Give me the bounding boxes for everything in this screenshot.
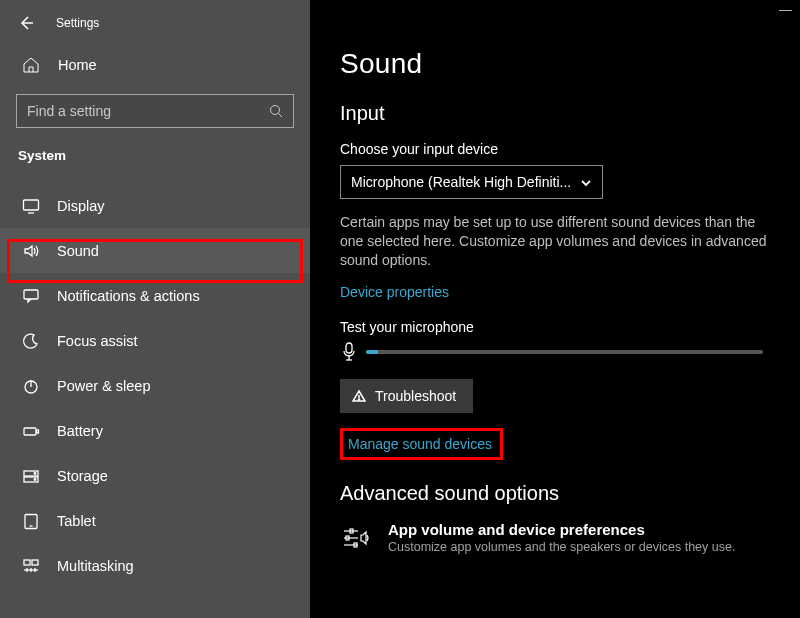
page-title: Sound bbox=[340, 0, 780, 80]
nav-list: Display Sound Notifications & actions Fo… bbox=[0, 183, 310, 588]
sidebar-item-label: Display bbox=[57, 198, 105, 214]
sidebar-item-label: Storage bbox=[57, 468, 108, 484]
back-icon[interactable] bbox=[18, 15, 34, 31]
mic-level-fill bbox=[366, 350, 378, 354]
mic-level-row bbox=[340, 341, 780, 363]
chevron-down-icon bbox=[580, 176, 592, 188]
dropdown-value: Microphone (Realtek High Definiti... bbox=[351, 174, 571, 190]
sidebar: Settings Home System Display bbox=[0, 0, 310, 618]
svg-rect-11 bbox=[24, 560, 30, 565]
svg-point-14 bbox=[358, 399, 359, 400]
window-controls: — bbox=[779, 0, 792, 18]
sidebar-item-label: Battery bbox=[57, 423, 103, 439]
highlight-manage: Manage sound devices bbox=[340, 428, 503, 460]
multitasking-icon bbox=[22, 557, 40, 575]
sidebar-item-label: Multitasking bbox=[57, 558, 134, 574]
input-device-dropdown[interactable]: Microphone (Realtek High Definiti... bbox=[340, 165, 603, 199]
sidebar-item-label: Sound bbox=[57, 243, 99, 259]
svg-rect-12 bbox=[32, 560, 38, 565]
search-field[interactable] bbox=[27, 103, 247, 119]
home-label: Home bbox=[58, 57, 97, 73]
sidebar-item-storage[interactable]: Storage bbox=[0, 453, 310, 498]
sound-icon bbox=[22, 242, 40, 260]
storage-icon bbox=[22, 467, 40, 485]
svg-rect-5 bbox=[37, 430, 39, 433]
battery-icon bbox=[22, 422, 40, 440]
home-nav[interactable]: Home bbox=[0, 38, 310, 88]
sidebar-item-label: Tablet bbox=[57, 513, 96, 529]
power-icon bbox=[22, 377, 40, 395]
sidebar-item-battery[interactable]: Battery bbox=[0, 408, 310, 453]
tablet-icon bbox=[22, 512, 40, 530]
advanced-heading: Advanced sound options bbox=[340, 460, 780, 505]
svg-rect-1 bbox=[24, 200, 39, 210]
svg-rect-4 bbox=[24, 428, 36, 435]
sliders-icon bbox=[340, 523, 370, 553]
adv-pref-title: App volume and device preferences bbox=[388, 521, 735, 538]
search-icon bbox=[269, 104, 283, 118]
sidebar-item-label: Focus assist bbox=[57, 333, 138, 349]
window-title: Settings bbox=[56, 16, 99, 30]
sidebar-item-focus[interactable]: Focus assist bbox=[0, 318, 310, 363]
sidebar-item-label: Power & sleep bbox=[57, 378, 151, 394]
svg-point-9 bbox=[34, 478, 36, 480]
adv-pref-sub: Customize app volumes and the speakers o… bbox=[388, 538, 735, 554]
minimize-button[interactable]: — bbox=[779, 2, 792, 17]
topbar: Settings bbox=[0, 8, 310, 38]
mic-level-meter bbox=[366, 350, 763, 354]
focus-icon bbox=[22, 332, 40, 350]
svg-rect-2 bbox=[24, 290, 38, 299]
sidebar-item-sound[interactable]: Sound bbox=[0, 228, 310, 273]
svg-point-8 bbox=[34, 472, 36, 474]
home-icon bbox=[22, 56, 40, 74]
sidebar-item-power[interactable]: Power & sleep bbox=[0, 363, 310, 408]
troubleshoot-label: Troubleshoot bbox=[375, 388, 456, 404]
sidebar-item-multitasking[interactable]: Multitasking bbox=[0, 543, 310, 588]
input-heading: Input bbox=[340, 80, 780, 125]
test-mic-label: Test your microphone bbox=[340, 301, 780, 335]
troubleshoot-button[interactable]: Troubleshoot bbox=[340, 379, 473, 413]
warning-icon bbox=[352, 389, 366, 403]
svg-point-0 bbox=[271, 106, 280, 115]
device-properties-link[interactable]: Device properties bbox=[340, 284, 449, 300]
sidebar-item-display[interactable]: Display bbox=[0, 183, 310, 228]
main-content: — Sound Input Choose your input device M… bbox=[310, 0, 800, 618]
search-input[interactable] bbox=[16, 94, 294, 128]
sidebar-item-notifications[interactable]: Notifications & actions bbox=[0, 273, 310, 318]
description-text: Certain apps may be set up to use differ… bbox=[340, 199, 780, 270]
app-volume-preferences[interactable]: App volume and device preferences Custom… bbox=[340, 505, 780, 554]
microphone-icon bbox=[340, 341, 358, 363]
sidebar-item-tablet[interactable]: Tablet bbox=[0, 498, 310, 543]
display-icon bbox=[22, 197, 40, 215]
notifications-icon bbox=[22, 287, 40, 305]
svg-rect-13 bbox=[346, 343, 352, 353]
sidebar-item-label: Notifications & actions bbox=[57, 288, 200, 304]
section-heading: System bbox=[0, 142, 310, 183]
adv-text: App volume and device preferences Custom… bbox=[388, 521, 735, 554]
manage-sound-devices-link[interactable]: Manage sound devices bbox=[348, 436, 492, 452]
choose-device-label: Choose your input device bbox=[340, 125, 780, 157]
